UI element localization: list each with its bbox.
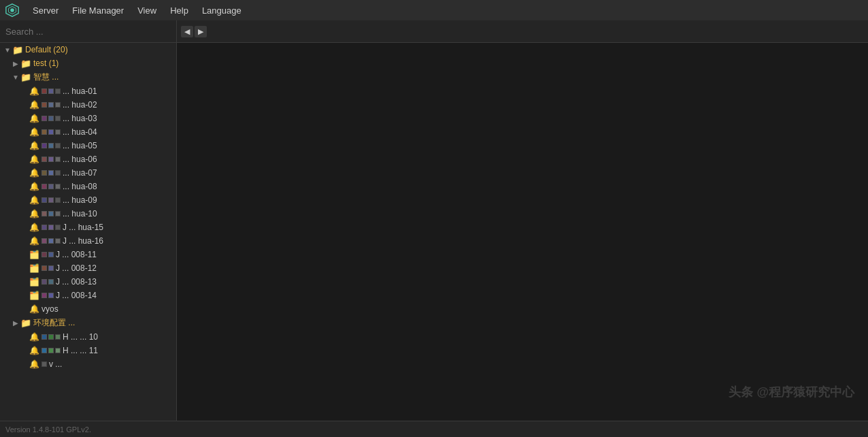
vm-icon-vyos1: 🔔	[29, 304, 39, 314]
tree-node-vm4[interactable]: 🔔 ... hua-04	[0, 125, 176, 139]
toggle-env: ▶	[11, 319, 20, 327]
tree-node-vm14[interactable]: 🗂️ J ... 008-12	[0, 261, 176, 275]
label-vm9: ... hua-09	[63, 195, 97, 205]
tree-node-vyos2[interactable]: 🔔 v ...	[0, 357, 176, 371]
vm-icon-vm9: 🔔	[29, 195, 39, 206]
vm-folder-icon-vm14: 🗂️	[29, 263, 39, 274]
menu-server[interactable]: Server	[26, 3, 65, 18]
version-bar: Version 1.4.8-101 GPLv2.	[0, 421, 868, 437]
label-vm4: ... hua-04	[63, 127, 97, 137]
tree-node-default[interactable]: ▼ 📁 Default (20)	[0, 43, 176, 56]
label-vm13: J ... 008-11	[56, 250, 97, 259]
label-vm8: ... hua-08	[63, 182, 97, 191]
tree-node-env[interactable]: ▶ 📁 环境配置 ...	[0, 316, 176, 330]
menu-language[interactable]: Language	[195, 3, 248, 18]
label-vm10: ... hua-10	[63, 209, 97, 218]
vm-icon-vyos2: 🔔	[29, 359, 39, 370]
vm-icon-vm4: 🔔	[29, 127, 39, 137]
tree-node-vm5[interactable]: 🔔 ... hua-05	[0, 139, 176, 152]
label-test: test (1)	[33, 59, 59, 68]
label-vm2: ... hua-02	[63, 100, 97, 110]
vm-icon-vm5: 🔔	[29, 140, 39, 151]
menu-help[interactable]: Help	[163, 3, 195, 18]
tree-node-vm15[interactable]: 🗂️ J ... 008-13	[0, 275, 176, 289]
tree-node-vm3[interactable]: 🔔 ... hua-03	[0, 112, 176, 125]
tree-node-vm11[interactable]: 🔔 J ... hua-15	[0, 221, 176, 234]
right-panel: 头条 @程序猿研究中心	[177, 43, 868, 421]
vm-icon-vm8: 🔔	[29, 181, 39, 192]
vm-icon-vm6: 🔔	[29, 154, 39, 165]
label-vm12: J ... hua-16	[63, 236, 103, 246]
label-vm3: ... hua-03	[63, 114, 97, 123]
tree-node-vm9[interactable]: 🔔 ... hua-09	[0, 193, 176, 207]
vm-icon-vm11: 🔔	[29, 222, 39, 233]
svg-point-2	[10, 8, 14, 12]
tree-node-vyos1[interactable]: 🔔 vyos	[0, 302, 176, 316]
search-input[interactable]	[5, 27, 171, 37]
label-vm6: ... hua-06	[63, 155, 97, 164]
tree-node-vm6[interactable]: 🔔 ... hua-06	[0, 152, 176, 166]
label-env: 环境配置 ...	[33, 317, 75, 329]
menu-bar: Server File Manager View Help Language	[0, 0, 868, 20]
tree-node-henv1[interactable]: 🔔 H ... ... 10	[0, 330, 176, 344]
vm-icon-henv1: 🔔	[29, 331, 39, 342]
vm-icon-vm1: 🔔	[29, 86, 39, 97]
label-vm14: J ... 008-12	[56, 263, 97, 273]
app-logo	[3, 1, 22, 20]
tree-node-vm10[interactable]: 🔔 ... hua-10	[0, 207, 176, 221]
label-henv2: H ... ... 11	[63, 346, 98, 355]
tree-node-vm2[interactable]: 🔔 ... hua-02	[0, 98, 176, 112]
label-vm5: ... hua-05	[63, 141, 97, 150]
sidebar-tree: ▼ 📁 Default (20) ▶ 📁 test (1) ▼ 📁 智慧 ...…	[0, 43, 177, 421]
search-bar: ◀ ▶	[0, 20, 868, 43]
label-smart: 智慧 ...	[33, 71, 59, 83]
version-text: Version 1.4.8-101 GPLv2.	[5, 425, 91, 434]
label-henv1: H ... ... 10	[63, 332, 98, 342]
tree-node-vm1[interactable]: 🔔 ... hua-01	[0, 84, 176, 98]
search-arrows: ◀ ▶	[177, 26, 211, 37]
folder-icon-smart: 📁	[20, 72, 31, 83]
toggle-test: ▶	[11, 60, 20, 67]
label-vm7: ... hua-07	[63, 168, 97, 178]
vm-icon-vm7: 🔔	[29, 167, 39, 178]
arrow-right-button[interactable]: ▶	[195, 26, 207, 37]
tree-node-test[interactable]: ▶ 📁 test (1)	[0, 56, 176, 70]
label-vm16: J ... 008-14	[56, 291, 97, 300]
tree-node-vm16[interactable]: 🗂️ J ... 008-14	[0, 289, 176, 302]
vm-icon-vm10: 🔔	[29, 208, 39, 219]
label-vyos2: v ...	[49, 359, 62, 369]
vm-icon-vm12: 🔔	[29, 236, 39, 246]
label-vm15: J ... 008-13	[56, 277, 97, 287]
tree-node-vm12[interactable]: 🔔 J ... hua-16	[0, 234, 176, 248]
watermark-text: 头条 @程序猿研究中心	[729, 384, 854, 400]
vm-icon-vm3: 🔔	[29, 113, 39, 124]
tree-node-vm13[interactable]: 🗂️ J ... 008-11	[0, 248, 176, 261]
vm-icon-henv2: 🔔	[29, 345, 39, 356]
tree-node-vm7[interactable]: 🔔 ... hua-07	[0, 166, 176, 180]
toggle-smart: ▼	[11, 74, 20, 81]
main-content: ▼ 📁 Default (20) ▶ 📁 test (1) ▼ 📁 智慧 ...…	[0, 43, 868, 421]
label-default: Default (20)	[25, 45, 68, 54]
menu-file-manager[interactable]: File Manager	[65, 3, 131, 18]
search-wrapper	[0, 20, 177, 42]
tree-node-vm8[interactable]: 🔔 ... hua-08	[0, 180, 176, 193]
vm-icon-vm2: 🔔	[29, 99, 39, 110]
label-vm11: J ... hua-15	[63, 223, 103, 232]
folder-icon-env: 📁	[20, 318, 31, 329]
arrow-left-button[interactable]: ◀	[181, 26, 193, 37]
watermark: 头条 @程序猿研究中心	[729, 384, 854, 400]
label-vyos1: vyos	[41, 304, 59, 314]
vm-folder-icon-vm16: 🗂️	[29, 290, 39, 301]
folder-icon-default: 📁	[12, 44, 23, 55]
label-vm1: ... hua-01	[63, 86, 97, 96]
vm-folder-icon-vm13: 🗂️	[29, 249, 39, 260]
menu-view[interactable]: View	[131, 3, 163, 18]
tree-node-henv2[interactable]: 🔔 H ... ... 11	[0, 344, 176, 357]
vm-folder-icon-vm15: 🗂️	[29, 276, 39, 287]
tree-node-smart[interactable]: ▼ 📁 智慧 ...	[0, 70, 176, 84]
toggle-default: ▼	[3, 46, 12, 54]
folder-icon-test: 📁	[20, 58, 31, 69]
